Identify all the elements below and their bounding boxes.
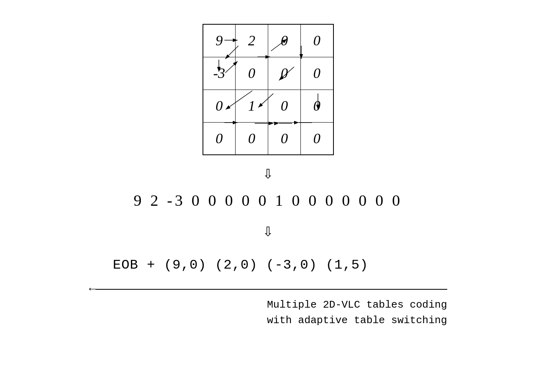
cell-2-3: 0 bbox=[301, 90, 333, 122]
cell-0-1: 2 bbox=[236, 24, 268, 57]
down-arrow-icon-2: ⇩ bbox=[263, 220, 273, 242]
eob-section: EOB + (9,0) (2,0) (-3,0) (1,5) ← Multipl… bbox=[89, 257, 447, 328]
cell-0-2: 0 bbox=[268, 24, 301, 57]
cell-3-2: 0 bbox=[268, 122, 301, 155]
arrow-text-section: ← Multiple 2D-VLC tables coding with ada… bbox=[89, 284, 447, 328]
cell-1-0: -3 bbox=[203, 57, 236, 90]
cell-3-0: 0 bbox=[203, 122, 236, 155]
table-row: 9 2 0 0 bbox=[203, 24, 333, 57]
cell-3-3: 0 bbox=[301, 122, 333, 155]
cell-1-3: 0 bbox=[301, 57, 333, 90]
cell-2-2: 0 bbox=[268, 90, 301, 122]
cell-1-1: 0 bbox=[236, 57, 268, 90]
horizontal-line bbox=[96, 289, 447, 290]
second-down-arrow: ⇩ bbox=[263, 220, 273, 242]
cell-2-0: 0 bbox=[203, 90, 236, 122]
left-arrow-row: ← bbox=[89, 284, 447, 295]
cell-1-2: 0 bbox=[268, 57, 301, 90]
cell-0-3: 0 bbox=[301, 24, 333, 57]
sequence-display: 9 2 -3 0 0 0 0 0 1 0 0 0 0 0 0 0 bbox=[134, 191, 402, 210]
cell-0-0: 9 bbox=[203, 24, 236, 57]
cell-2-1: 1 bbox=[236, 90, 268, 122]
cell-3-1: 0 bbox=[236, 122, 268, 155]
table-row: 0 1 0 0 bbox=[203, 90, 333, 122]
page-container: 9 2 0 0 -3 0 0 0 0 1 0 0 0 bbox=[0, 0, 536, 392]
grid-section: 9 2 0 0 -3 0 0 0 0 1 0 0 0 bbox=[203, 24, 334, 155]
left-arrow-icon: ← bbox=[89, 284, 96, 295]
vlc-label-line2: with adaptive table switching bbox=[89, 313, 447, 328]
first-down-arrow: ⇩ bbox=[263, 162, 273, 184]
table-row: 0 0 0 0 bbox=[203, 122, 333, 155]
vlc-label-block: Multiple 2D-VLC tables coding with adapt… bbox=[89, 297, 447, 328]
down-arrow-icon: ⇩ bbox=[263, 162, 273, 184]
table-row: -3 0 0 0 bbox=[203, 57, 333, 90]
eob-line: EOB + (9,0) (2,0) (-3,0) (1,5) bbox=[89, 257, 368, 273]
dct-grid: 9 2 0 0 -3 0 0 0 0 1 0 0 0 bbox=[203, 24, 334, 155]
vlc-label-line1: Multiple 2D-VLC tables coding bbox=[89, 297, 447, 313]
